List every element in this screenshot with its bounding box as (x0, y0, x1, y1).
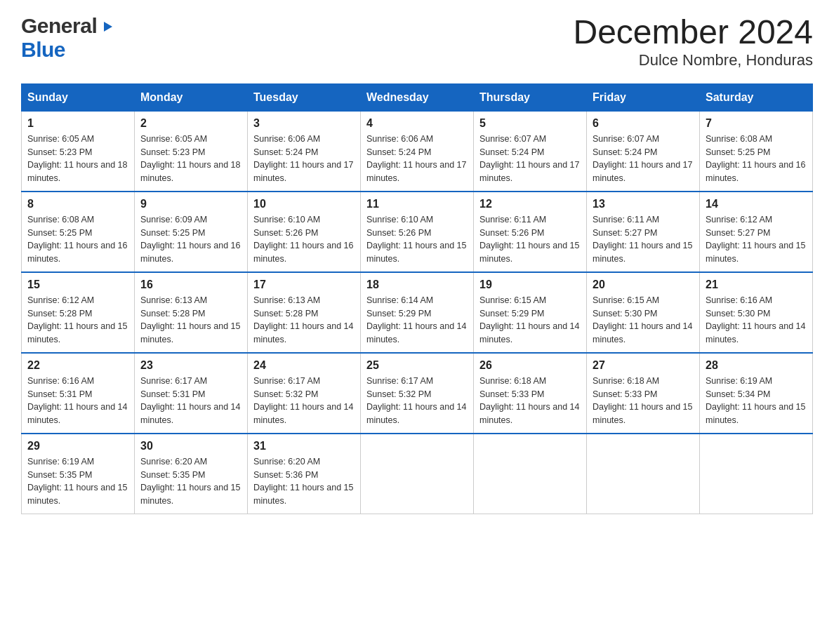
calendar-cell: 10 Sunrise: 6:10 AM Sunset: 5:26 PM Dayl… (248, 192, 361, 272)
day-info: Sunrise: 6:20 AM Sunset: 5:36 PM Dayligh… (253, 455, 355, 508)
location-title: Dulce Nombre, Honduras (573, 51, 813, 69)
day-info: Sunrise: 6:17 AM Sunset: 5:32 PM Dayligh… (366, 375, 468, 427)
day-info: Sunrise: 6:06 AM Sunset: 5:24 PM Dayligh… (253, 133, 355, 185)
day-info: Sunrise: 6:15 AM Sunset: 5:30 PM Dayligh… (593, 294, 694, 347)
day-number: 2 (140, 117, 241, 130)
weekday-header-tuesday: Tuesday (248, 83, 361, 111)
calendar-cell: 26 Sunrise: 6:18 AM Sunset: 5:33 PM Dayl… (474, 353, 587, 434)
day-number: 24 (253, 359, 355, 372)
calendar-cell: 17 Sunrise: 6:13 AM Sunset: 5:28 PM Dayl… (248, 272, 361, 353)
day-info: Sunrise: 6:05 AM Sunset: 5:23 PM Dayligh… (140, 133, 241, 185)
day-info: Sunrise: 6:14 AM Sunset: 5:29 PM Dayligh… (366, 294, 468, 347)
day-info: Sunrise: 6:13 AM Sunset: 5:28 PM Dayligh… (253, 294, 355, 347)
day-number: 1 (27, 117, 128, 130)
weekday-header-saturday: Saturday (700, 83, 813, 111)
day-number: 19 (479, 279, 581, 291)
day-info: Sunrise: 6:18 AM Sunset: 5:33 PM Dayligh… (593, 375, 694, 427)
calendar-cell: 14 Sunrise: 6:12 AM Sunset: 5:27 PM Dayl… (700, 192, 813, 272)
calendar-cell: 22 Sunrise: 6:16 AM Sunset: 5:31 PM Dayl… (22, 353, 135, 434)
calendar-cell (587, 434, 700, 514)
weekday-header-thursday: Thursday (474, 83, 587, 111)
calendar-cell: 21 Sunrise: 6:16 AM Sunset: 5:30 PM Dayl… (700, 272, 813, 353)
day-info: Sunrise: 6:10 AM Sunset: 5:26 PM Dayligh… (253, 213, 355, 266)
day-info: Sunrise: 6:09 AM Sunset: 5:25 PM Dayligh… (140, 213, 241, 266)
day-number: 12 (479, 198, 581, 210)
day-number: 13 (593, 198, 694, 210)
calendar-week-row: 15 Sunrise: 6:12 AM Sunset: 5:28 PM Dayl… (22, 272, 813, 353)
day-number: 10 (253, 198, 355, 210)
day-number: 16 (140, 279, 241, 291)
day-number: 25 (366, 359, 468, 372)
day-info: Sunrise: 6:05 AM Sunset: 5:23 PM Dayligh… (27, 133, 128, 185)
day-number: 22 (27, 359, 128, 372)
day-number: 18 (366, 279, 468, 291)
day-number: 26 (479, 359, 581, 372)
calendar-cell: 8 Sunrise: 6:08 AM Sunset: 5:25 PM Dayli… (22, 192, 135, 272)
day-info: Sunrise: 6:12 AM Sunset: 5:27 PM Dayligh… (706, 213, 807, 266)
calendar-week-row: 22 Sunrise: 6:16 AM Sunset: 5:31 PM Dayl… (22, 353, 813, 434)
calendar-cell: 23 Sunrise: 6:17 AM Sunset: 5:31 PM Dayl… (135, 353, 248, 434)
day-info: Sunrise: 6:06 AM Sunset: 5:24 PM Dayligh… (366, 133, 468, 185)
calendar-week-row: 29 Sunrise: 6:19 AM Sunset: 5:35 PM Dayl… (22, 434, 813, 514)
calendar-cell (361, 434, 474, 514)
title-section: December 2024 Dulce Nombre, Honduras (573, 14, 813, 69)
day-info: Sunrise: 6:18 AM Sunset: 5:33 PM Dayligh… (479, 375, 581, 427)
calendar-week-row: 8 Sunrise: 6:08 AM Sunset: 5:25 PM Dayli… (22, 192, 813, 272)
calendar-cell: 27 Sunrise: 6:18 AM Sunset: 5:33 PM Dayl… (587, 353, 700, 434)
day-number: 20 (593, 279, 694, 291)
day-number: 8 (27, 198, 128, 210)
calendar-cell: 24 Sunrise: 6:17 AM Sunset: 5:32 PM Dayl… (248, 353, 361, 434)
calendar-cell: 7 Sunrise: 6:08 AM Sunset: 5:25 PM Dayli… (700, 111, 813, 192)
day-number: 31 (253, 440, 355, 452)
calendar-cell: 31 Sunrise: 6:20 AM Sunset: 5:36 PM Dayl… (248, 434, 361, 514)
weekday-header-monday: Monday (135, 83, 248, 111)
logo-arrow-icon (98, 19, 114, 34)
weekday-header-row: SundayMondayTuesdayWednesdayThursdayFrid… (22, 83, 813, 111)
day-info: Sunrise: 6:17 AM Sunset: 5:32 PM Dayligh… (253, 375, 355, 427)
day-info: Sunrise: 6:15 AM Sunset: 5:29 PM Dayligh… (479, 294, 581, 347)
day-number: 17 (253, 279, 355, 291)
day-number: 15 (27, 279, 128, 291)
day-info: Sunrise: 6:13 AM Sunset: 5:28 PM Dayligh… (140, 294, 241, 347)
calendar-cell: 5 Sunrise: 6:07 AM Sunset: 5:24 PM Dayli… (474, 111, 587, 192)
calendar-cell: 15 Sunrise: 6:12 AM Sunset: 5:28 PM Dayl… (22, 272, 135, 353)
day-number: 3 (253, 117, 355, 130)
day-info: Sunrise: 6:16 AM Sunset: 5:30 PM Dayligh… (706, 294, 807, 347)
day-info: Sunrise: 6:12 AM Sunset: 5:28 PM Dayligh… (27, 294, 128, 347)
calendar-cell: 3 Sunrise: 6:06 AM Sunset: 5:24 PM Dayli… (248, 111, 361, 192)
calendar-cell: 12 Sunrise: 6:11 AM Sunset: 5:26 PM Dayl… (474, 192, 587, 272)
calendar-week-row: 1 Sunrise: 6:05 AM Sunset: 5:23 PM Dayli… (22, 111, 813, 192)
calendar-cell: 11 Sunrise: 6:10 AM Sunset: 5:26 PM Dayl… (361, 192, 474, 272)
day-number: 11 (366, 198, 468, 210)
logo-blue-text: Blue (21, 38, 65, 61)
day-info: Sunrise: 6:08 AM Sunset: 5:25 PM Dayligh… (706, 133, 807, 185)
day-number: 5 (479, 117, 581, 130)
weekday-header-wednesday: Wednesday (361, 83, 474, 111)
svg-marker-0 (104, 22, 112, 32)
calendar-cell: 6 Sunrise: 6:07 AM Sunset: 5:24 PM Dayli… (587, 111, 700, 192)
day-number: 4 (366, 117, 468, 130)
logo: General Blue (21, 14, 114, 62)
calendar-body: 1 Sunrise: 6:05 AM Sunset: 5:23 PM Dayli… (22, 111, 813, 514)
calendar-cell: 13 Sunrise: 6:11 AM Sunset: 5:27 PM Dayl… (587, 192, 700, 272)
day-number: 29 (27, 440, 128, 452)
day-number: 21 (706, 279, 807, 291)
calendar-cell: 9 Sunrise: 6:09 AM Sunset: 5:25 PM Dayli… (135, 192, 248, 272)
calendar-cell: 2 Sunrise: 6:05 AM Sunset: 5:23 PM Dayli… (135, 111, 248, 192)
day-info: Sunrise: 6:11 AM Sunset: 5:27 PM Dayligh… (593, 213, 694, 266)
calendar-header: SundayMondayTuesdayWednesdayThursdayFrid… (22, 83, 813, 111)
logo-general-text: General (21, 14, 97, 38)
calendar-cell: 29 Sunrise: 6:19 AM Sunset: 5:35 PM Dayl… (22, 434, 135, 514)
calendar-cell: 30 Sunrise: 6:20 AM Sunset: 5:35 PM Dayl… (135, 434, 248, 514)
day-number: 9 (140, 198, 241, 210)
page-header: General Blue December 2024 Dulce Nombre,… (21, 14, 813, 69)
calendar-cell: 25 Sunrise: 6:17 AM Sunset: 5:32 PM Dayl… (361, 353, 474, 434)
logo-text: General Blue (21, 14, 114, 62)
day-number: 23 (140, 359, 241, 372)
day-number: 28 (706, 359, 807, 372)
day-info: Sunrise: 6:11 AM Sunset: 5:26 PM Dayligh… (479, 213, 581, 266)
day-info: Sunrise: 6:07 AM Sunset: 5:24 PM Dayligh… (479, 133, 581, 185)
day-number: 27 (593, 359, 694, 372)
calendar-cell (474, 434, 587, 514)
calendar-cell: 20 Sunrise: 6:15 AM Sunset: 5:30 PM Dayl… (587, 272, 700, 353)
